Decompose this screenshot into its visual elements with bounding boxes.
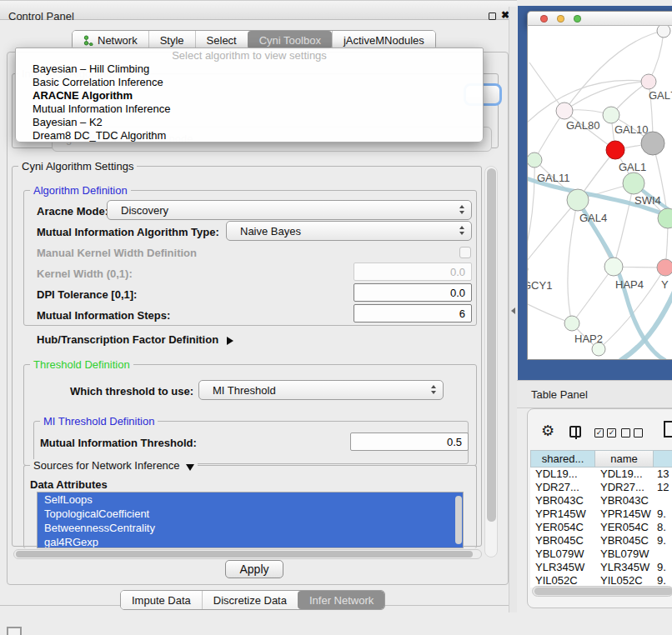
attribute-item-betweennesscentrality[interactable]: BetweennessCentrality (38, 521, 463, 535)
network-edge (572, 267, 614, 323)
mi-threshold-input[interactable] (350, 432, 469, 451)
algorithm-option-basic-correlation-inference[interactable]: Basic Correlation Inference (16, 76, 483, 89)
collapse-down-icon (186, 464, 194, 471)
network-node-hap2[interactable] (564, 316, 579, 331)
zoom-button[interactable] (574, 15, 581, 22)
column-header-partial[interactable] (654, 450, 672, 468)
apply-button[interactable]: Apply (225, 560, 283, 578)
network-window-titlebar[interactable] (527, 11, 672, 26)
checked-pair-icon[interactable]: ✓✓ (594, 428, 616, 438)
attribute-item-topologicalcoefficient[interactable]: TopologicalCoefficient (38, 507, 463, 521)
tab-style[interactable]: Style (148, 31, 195, 49)
tab-infer-network[interactable]: Infer Network (298, 591, 384, 609)
tab-label: Impute Data (132, 594, 191, 607)
float-window-icon[interactable] (489, 12, 496, 20)
mi-steps-input[interactable] (354, 304, 472, 322)
tab-jactivemnodules[interactable]: jActiveMNodules (332, 31, 435, 49)
table-row[interactable]: YBR045CYBR045C9. (530, 534, 672, 548)
dpi-tolerance-input[interactable] (354, 283, 472, 302)
table-row[interactable]: YDL19...YDL19...13 (530, 468, 672, 481)
network-node-gal11[interactable] (528, 152, 542, 168)
table-panel-title: Table Panel (531, 388, 588, 401)
attribute-item-gal4rgexp[interactable]: gal4RGexp (38, 535, 463, 548)
table-row[interactable]: YDR27...YDR27...12 (530, 481, 672, 494)
network-node-gal7[interactable] (641, 74, 656, 89)
table-cell: YLR345W (595, 561, 654, 574)
algorithm-option-bayesian-hill-climbing[interactable]: Bayesian – Hill Climbing (16, 62, 483, 76)
tab-network[interactable]: Network (73, 31, 148, 49)
settings-horizontal-scrollbar-thumb[interactable] (16, 551, 473, 558)
table-cell: YER054C (595, 521, 654, 534)
aracne-mode-combobox[interactable]: Discovery (107, 200, 472, 220)
network-node-gal80[interactable] (556, 102, 573, 119)
cyni-algorithm-settings-title: Cyni Algorithm Settings (18, 160, 137, 172)
network-node-label-hap4: HAP4 (615, 278, 644, 291)
attribute-item-selfloops[interactable]: SelfLoops (38, 492, 463, 507)
sources-group-title[interactable]: Sources for Network Inference (30, 459, 198, 472)
table-cell: YBR045C (530, 534, 595, 548)
attributes-list-scrollbar[interactable] (455, 496, 462, 544)
table-row[interactable]: YER054CYER054C8. (530, 521, 672, 534)
close-button[interactable] (540, 15, 548, 22)
network-node-y[interactable] (657, 259, 672, 276)
algorithm-option-mutual-information-inference[interactable]: Mutual Information Inference (16, 102, 483, 116)
mi-steps-label: Mutual Information Steps: (37, 309, 170, 322)
divider-collapse-icon[interactable] (511, 308, 515, 314)
which-threshold-combobox[interactable]: MI Threshold (198, 380, 444, 400)
tab-select[interactable]: Select (195, 31, 248, 49)
column-header-name[interactable]: name (595, 450, 654, 468)
column-header-shared[interactable]: shared... (530, 450, 595, 468)
gear-icon[interactable]: ⚙ (541, 422, 554, 440)
network-node[interactable] (657, 26, 670, 38)
manual-kernel-width-checkbox[interactable] (459, 247, 471, 258)
table-cell: YDL19... (595, 468, 654, 481)
network-edge (528, 200, 578, 269)
minimize-button[interactable] (557, 15, 564, 22)
aracne-mode-value: Discovery (121, 204, 168, 217)
table-horizontal-scrollbar-thumb[interactable] (534, 588, 672, 595)
tab-label: jActiveMNodules (344, 34, 424, 47)
mi-algorithm-type-value: Naive Bayes (240, 225, 301, 238)
network-node-label-hap2: HAP2 (574, 332, 603, 345)
network-canvas[interactable]: GAL7GAL80GAL10GAL1GAL11SWI4GAL4HAP4YGCY1… (528, 26, 672, 360)
table-cell: YBL079W (595, 548, 654, 561)
table-row[interactable]: YBL079WYBL079W (530, 548, 672, 561)
table-row[interactable]: YPR145WYPR145W9. (530, 508, 672, 521)
split-columns-icon[interactable] (569, 426, 581, 438)
table-row[interactable]: YLR345WYLR345W9. (530, 561, 672, 574)
table-row[interactable]: YBR043CYBR043C (530, 494, 672, 508)
network-node-label-gal4: GAL4 (579, 212, 607, 224)
collapsed-panel-icon[interactable] (7, 627, 22, 635)
which-threshold-label: Which threshold to use: (70, 385, 193, 398)
algorithm-option-aracne-algorithm[interactable]: ARACNE Algorithm (16, 89, 483, 102)
hub-definition-label: Hub/Transcription Factor Definition (37, 333, 218, 346)
data-attributes-list[interactable]: SelfLoopsTopologicalCoefficientBetweenne… (37, 492, 464, 548)
tab-label: Select (207, 34, 237, 47)
algorithm-dropdown-prompt: Select algorithm to view settings (16, 48, 483, 62)
settings-vertical-scrollbar-thumb[interactable] (487, 168, 496, 522)
table-cell: 9. (654, 561, 672, 574)
tab-cyni-toolbox[interactable]: Cyni Toolbox (248, 31, 332, 49)
mi-algorithm-type-combobox[interactable]: Naive Bayes (226, 221, 472, 241)
hub-definition-expander[interactable]: Hub/Transcription Factor Definition (37, 333, 233, 346)
network-node-gal4[interactable] (567, 189, 589, 211)
data-attributes-label: Data Attributes (30, 478, 108, 491)
bottom-tabbar: Impute DataDiscretize DataInfer Network (120, 590, 385, 610)
network-view[interactable]: GAL7GAL80GAL10GAL1GAL11SWI4GAL4HAP4YGCY1… (527, 26, 672, 360)
network-node-swi4[interactable] (623, 172, 644, 194)
network-node-gal1[interactable] (606, 141, 624, 159)
mi-threshold-definition-title: MI Threshold Definition (40, 415, 158, 428)
unchecked-pair-icon[interactable] (621, 428, 643, 438)
algorithm-option-dream8-dc-tdc-algorithm[interactable]: Dream8 DC_TDC Algorithm (16, 129, 483, 142)
kernel-width-input[interactable] (354, 262, 472, 281)
network-node-hap4[interactable] (604, 258, 623, 276)
tab-label: Infer Network (309, 594, 374, 607)
page-icon[interactable] (664, 421, 672, 438)
tab-discretize-data[interactable]: Discretize Data (202, 591, 298, 609)
algorithm-dropdown-popup: Select algorithm to view settings Bayesi… (15, 48, 484, 142)
network-node-gal10[interactable] (603, 107, 619, 123)
tab-impute-data[interactable]: Impute Data (121, 591, 202, 609)
tab-label: Discretize Data (213, 594, 287, 607)
algorithm-option-bayesian-k2[interactable]: Bayesian – K2 (16, 116, 483, 129)
network-node-label-gcy1: GCY1 (528, 279, 552, 292)
